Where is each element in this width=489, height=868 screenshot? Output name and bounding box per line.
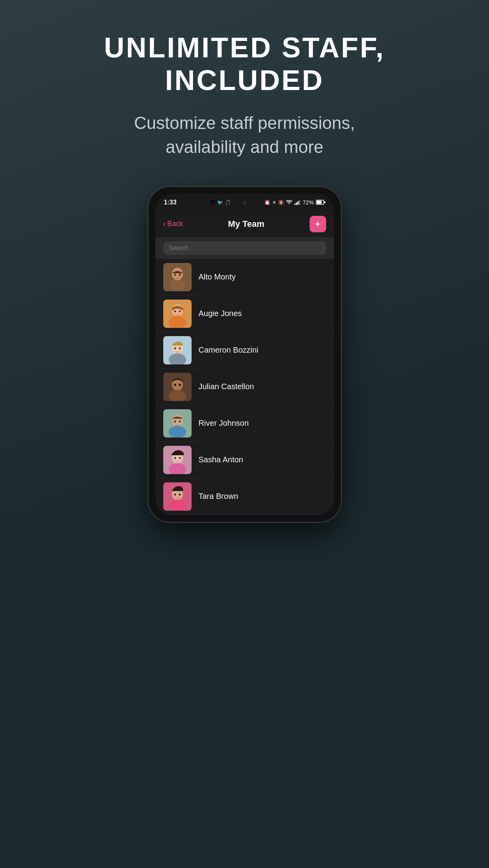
- team-member-name: Cameron Bozzini: [199, 346, 258, 355]
- subtitle: Customize staff permissions, availabilit…: [31, 111, 458, 159]
- avatar-tara: [163, 482, 192, 511]
- svg-point-37: [179, 457, 181, 459]
- svg-rect-2: [297, 201, 299, 205]
- team-member-name: Augie Jones: [199, 309, 242, 318]
- svg-point-31: [174, 420, 176, 422]
- svg-point-16: [174, 310, 176, 312]
- svg-point-17: [179, 310, 181, 312]
- bluetooth-icon: ✳: [272, 200, 276, 205]
- back-label: Back: [167, 220, 183, 228]
- team-list: Alto Monty Augie Jones Cameron Bozzini J…: [155, 259, 334, 515]
- alarm-icon: ⏰: [264, 200, 270, 205]
- avatar-cameron: [163, 336, 192, 364]
- signal-icon: [294, 200, 301, 205]
- main-title: UNLIMITED STAFF, INCLUDED: [31, 31, 458, 97]
- search-input[interactable]: [163, 241, 326, 255]
- team-list-item[interactable]: Julian Castellon: [155, 369, 334, 405]
- back-chevron-icon: ‹: [163, 219, 166, 228]
- back-button[interactable]: ‹ Back: [163, 219, 183, 228]
- svg-point-10: [172, 268, 183, 280]
- wifi-icon: [286, 200, 292, 205]
- team-list-item[interactable]: Alto Monty: [155, 259, 334, 296]
- status-time: 1:33: [164, 199, 177, 206]
- svg-point-41: [174, 493, 176, 495]
- team-list-item[interactable]: Tara Brown: [155, 478, 334, 515]
- team-member-name: Sasha Anton: [199, 455, 243, 464]
- svg-point-36: [174, 457, 176, 459]
- team-member-name: River Johnson: [199, 419, 249, 428]
- search-bar: [155, 237, 334, 259]
- avatar-alto: [163, 263, 192, 291]
- header-section: UNLIMITED STAFF, INCLUDED Customize staf…: [0, 0, 489, 175]
- add-staff-button[interactable]: +: [310, 216, 326, 232]
- avatar-julian: [163, 373, 192, 401]
- svg-point-42: [179, 493, 181, 495]
- svg-point-22: [179, 347, 181, 349]
- status-icons-right: ⏰ ✳ 🔇 72%: [264, 199, 325, 206]
- battery-icon: [316, 200, 325, 205]
- battery-percent: 72%: [303, 199, 314, 206]
- svg-point-11: [174, 274, 176, 276]
- avatar-sasha: [163, 446, 192, 474]
- team-list-item[interactable]: Cameron Bozzini: [155, 332, 334, 369]
- gallery-icon: 🖼: [210, 200, 215, 205]
- svg-rect-0: [294, 204, 295, 205]
- team-member-name: Tara Brown: [199, 492, 238, 501]
- svg-rect-3: [299, 200, 300, 205]
- mute-icon: 🔇: [278, 200, 284, 205]
- twitter-icon: 🐦: [217, 200, 223, 205]
- svg-point-9: [170, 279, 185, 291]
- screen-title: My Team: [228, 219, 265, 229]
- svg-rect-5: [316, 201, 321, 204]
- svg-point-32: [179, 420, 181, 422]
- team-list-item[interactable]: Augie Jones: [155, 296, 334, 332]
- svg-point-26: [174, 384, 176, 386]
- camera-dot: [243, 201, 247, 205]
- app-header: ‹ Back My Team +: [155, 211, 334, 237]
- svg-rect-1: [296, 202, 297, 205]
- avatar-augie: [163, 300, 192, 328]
- svg-point-12: [179, 274, 181, 276]
- status-icons-left: 🖼 🐦 🎵: [210, 200, 231, 205]
- music-icon: 🎵: [225, 200, 231, 205]
- svg-point-27: [179, 384, 181, 386]
- phone-outer-frame: 1:33 🖼 🐦 🎵 ⏰ ✳ 🔇: [148, 187, 341, 522]
- team-member-name: Alto Monty: [199, 272, 236, 281]
- team-list-item[interactable]: Sasha Anton: [155, 442, 334, 478]
- phone-device: 1:33 🖼 🐦 🎵 ⏰ ✳ 🔇: [148, 187, 341, 522]
- team-list-item[interactable]: River Johnson: [155, 405, 334, 442]
- svg-point-21: [174, 347, 176, 349]
- team-member-name: Julian Castellon: [199, 382, 254, 391]
- phone-screen: 1:33 🖼 🐦 🎵 ⏰ ✳ 🔇: [155, 194, 334, 515]
- svg-rect-6: [324, 201, 325, 203]
- avatar-river: [163, 409, 192, 438]
